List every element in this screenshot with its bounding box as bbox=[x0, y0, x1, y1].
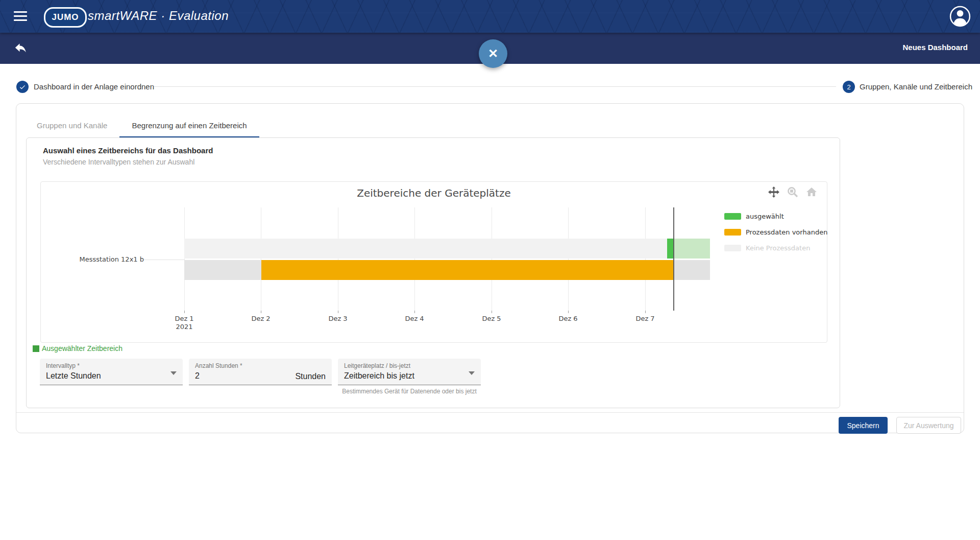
chart-legend: ausgewähltProzessdaten vorhandenKeine Pr… bbox=[724, 213, 827, 260]
product-title: smartWARE · Evaluation bbox=[88, 9, 229, 23]
anzahl-stunden-unit: Stunden bbox=[295, 372, 326, 381]
bar-segment bbox=[674, 260, 710, 280]
step-connector bbox=[154, 86, 836, 87]
x-tick-label: Dez 6 bbox=[548, 315, 589, 323]
x-tick-mark bbox=[568, 311, 569, 313]
selected-range-swatch bbox=[33, 345, 39, 352]
anzahl-stunden-label: Anzahl Stunden * bbox=[195, 362, 326, 369]
legend-item[interactable]: Keine Prozessdaten bbox=[724, 244, 827, 252]
x-tick-label: Dez 5 bbox=[471, 315, 512, 323]
tab-gruppen-und-kanaele[interactable]: Gruppen und Kanäle bbox=[24, 115, 119, 136]
gridline bbox=[261, 207, 261, 311]
legend-swatch bbox=[724, 213, 741, 220]
chevron-down-icon bbox=[469, 371, 475, 375]
step-2-indicator[interactable]: 2 bbox=[843, 81, 855, 93]
now-line bbox=[673, 207, 674, 311]
page-title: Neues Dashboard bbox=[902, 43, 968, 52]
gridline bbox=[338, 207, 338, 311]
back-icon[interactable] bbox=[12, 41, 27, 55]
jumo-logo: JUMO bbox=[44, 7, 87, 28]
x-tick-mark bbox=[414, 311, 415, 313]
gridline bbox=[568, 207, 569, 311]
intervalltyp-select[interactable]: Intervalltyp * Letzte Stunden bbox=[40, 359, 183, 385]
wizard-panel: Gruppen und Kanäle Begrenzung auf einen … bbox=[16, 103, 964, 433]
close-icon: ✕ bbox=[488, 46, 498, 60]
speichern-button[interactable]: Speichern bbox=[839, 417, 888, 434]
step-2-label[interactable]: Gruppen, Kanäle und Zeitbereich bbox=[860, 81, 972, 93]
y-axis-tickline bbox=[144, 260, 184, 260]
jumo-logo-text: JUMO bbox=[52, 12, 79, 22]
legend-label: Prozessdaten vorhanden bbox=[746, 228, 827, 236]
gridline bbox=[645, 207, 646, 311]
home-icon[interactable] bbox=[805, 186, 818, 198]
gridline bbox=[184, 207, 185, 311]
bar-segment bbox=[261, 260, 674, 280]
selected-range-indicator: Ausgewählter Zeitbereich bbox=[33, 344, 122, 353]
anzahl-stunden-input[interactable] bbox=[195, 371, 287, 381]
zoom-icon[interactable] bbox=[787, 186, 799, 198]
bar-segment bbox=[674, 239, 710, 259]
leitgeraeteplatz-label: Leitgeräteplatz / bis-jetzt bbox=[344, 362, 475, 369]
zeitbereich-card: Auswahl eines Zeitbereichs für das Dashb… bbox=[26, 137, 840, 408]
step-1-indicator[interactable] bbox=[16, 81, 29, 93]
leitgeraeteplatz-value: Zeitbereich bis jetzt bbox=[344, 371, 475, 381]
chevron-down-icon bbox=[170, 371, 177, 375]
card-subtitle: Verschiedene Intervalltypen stehen zur A… bbox=[43, 158, 194, 166]
leitgeraeteplatz-helper: Bestimmendes Gerät für Datenende oder bi… bbox=[338, 388, 481, 395]
timeline-chart: Zeitbereiche der Geräteplätze bbox=[40, 181, 827, 343]
pan-icon[interactable] bbox=[768, 186, 780, 198]
legend-item[interactable]: ausgewählt bbox=[724, 213, 827, 220]
legend-label: Keine Prozessdaten bbox=[746, 244, 810, 252]
intervalltyp-value: Letzte Stunden bbox=[46, 371, 177, 381]
x-tick-label: Dez 4 bbox=[394, 315, 435, 323]
close-button[interactable]: ✕ bbox=[479, 39, 507, 68]
x-tick-mark bbox=[492, 311, 492, 313]
x-tick-mark bbox=[261, 311, 261, 313]
bar-segment bbox=[184, 239, 667, 259]
check-icon bbox=[18, 83, 27, 91]
selected-range-label: Ausgewählter Zeitbereich bbox=[42, 344, 122, 353]
user-avatar-icon[interactable] bbox=[949, 6, 971, 27]
x-tick-mark bbox=[338, 311, 338, 313]
chart-modebar bbox=[768, 186, 818, 198]
step-1-label[interactable]: Dashboard in der Anlage einordnen bbox=[34, 81, 154, 93]
plot-area[interactable] bbox=[184, 207, 710, 311]
app-header: JUMO smartWARE · Evaluation bbox=[0, 0, 980, 33]
tab-bar: Gruppen und Kanäle Begrenzung auf einen … bbox=[24, 115, 259, 138]
daten-row bbox=[184, 260, 710, 280]
gridline bbox=[492, 207, 492, 311]
legend-label: ausgewählt bbox=[746, 213, 784, 220]
x-tick-label: Dez 7 bbox=[625, 315, 666, 323]
y-axis-category-label: Messstation 12x1 b bbox=[41, 255, 144, 263]
anzahl-stunden-field[interactable]: Anzahl Stunden * Stunden bbox=[189, 359, 332, 385]
bar-segment bbox=[667, 239, 674, 259]
x-tick-mark bbox=[645, 311, 646, 313]
intervalltyp-label: Intervalltyp * bbox=[46, 362, 177, 369]
gridline bbox=[414, 207, 415, 311]
tab-zeitbereich[interactable]: Begrenzung auf einen Zeitbereich bbox=[119, 115, 259, 138]
x-tick-label: Dez 12021 bbox=[164, 315, 205, 331]
x-axis: Dez 12021Dez 2Dez 3Dez 4Dez 5Dez 6Dez 7 bbox=[184, 311, 710, 334]
x-tick-label: Dez 3 bbox=[317, 315, 358, 323]
menu-icon[interactable] bbox=[14, 11, 27, 21]
legend-swatch bbox=[724, 229, 741, 236]
panel-footer: Speichern Zur Auswertung bbox=[16, 412, 964, 434]
legend-item[interactable]: Prozessdaten vorhanden bbox=[724, 228, 827, 236]
card-title: Auswahl eines Zeitbereichs für das Dashb… bbox=[43, 146, 213, 155]
bar-segment bbox=[184, 260, 261, 280]
x-tick-mark bbox=[184, 311, 185, 313]
page: JUMO smartWARE · Evaluation Neues Dashbo… bbox=[0, 0, 980, 540]
chart-title: Zeitbereiche der Geräteplätze bbox=[41, 187, 827, 199]
x-tick-label: Dez 2 bbox=[240, 315, 281, 323]
leitgeraeteplatz-select[interactable]: Leitgeräteplatz / bis-jetzt Zeitbereich … bbox=[338, 359, 481, 385]
legend-swatch bbox=[724, 245, 741, 251]
zur-auswertung-button[interactable]: Zur Auswertung bbox=[896, 417, 961, 434]
auswahl-row bbox=[184, 239, 710, 259]
